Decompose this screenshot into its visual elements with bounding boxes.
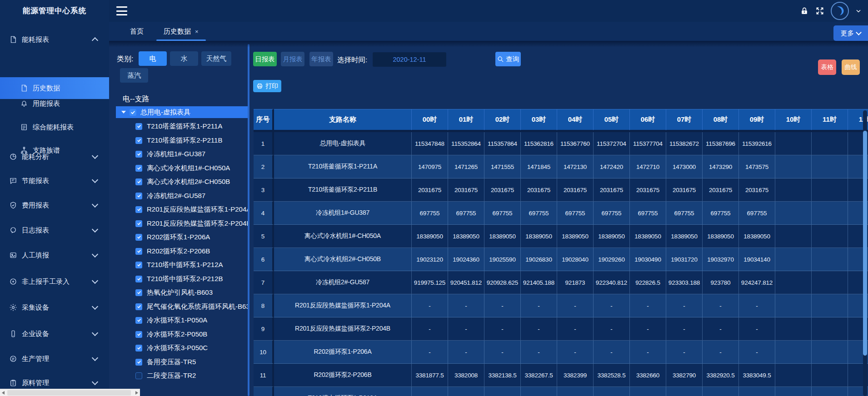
cell-hour-value: 19029260 bbox=[594, 248, 630, 271]
query-button[interactable]: 查询 bbox=[495, 52, 521, 66]
fullscreen-icon[interactable] bbox=[815, 6, 824, 15]
tree-item[interactable]: 离心式冷水机组2#-CH050B bbox=[135, 176, 249, 187]
production-icon bbox=[9, 355, 17, 363]
sidebar-item-综合能耗报表[interactable]: 综合能耗报表 bbox=[0, 118, 109, 136]
cell-hour-value bbox=[775, 364, 812, 387]
column-header-hour: 04时 bbox=[557, 109, 594, 130]
tree-item[interactable]: 冷水循环泵3-P050C bbox=[135, 342, 249, 353]
tree-item-checkbox[interactable] bbox=[135, 248, 142, 255]
tree-item-checkbox[interactable] bbox=[135, 289, 142, 296]
tree-item-checkbox[interactable] bbox=[135, 234, 142, 241]
cell-hour-value: - bbox=[594, 341, 630, 364]
sidebar-item-日志报表[interactable]: 日志报表 bbox=[0, 221, 109, 239]
table-vertical-scrollbar-thumb[interactable] bbox=[863, 131, 867, 356]
cell-branch-name: 总用电-虚拟表具 bbox=[274, 132, 412, 155]
sidebar-item-人工填报[interactable]: 人工填报 bbox=[0, 246, 109, 264]
tree-item-checkbox[interactable] bbox=[135, 303, 142, 310]
tree-item-checkbox[interactable] bbox=[135, 359, 142, 366]
chevron-down-icon bbox=[92, 355, 98, 361]
horizontal-scrollbar[interactable] bbox=[0, 389, 140, 396]
tab-close-icon[interactable]: × bbox=[195, 28, 199, 35]
tree-item-checkbox[interactable] bbox=[135, 178, 142, 185]
cell-hour-value: 115392616 bbox=[739, 132, 775, 155]
scroll-left-arrow-icon[interactable] bbox=[2, 391, 5, 395]
category-水[interactable]: 水 bbox=[170, 51, 198, 66]
tree-item-checkbox[interactable] bbox=[135, 331, 142, 338]
tree-item-checkbox[interactable] bbox=[135, 262, 142, 268]
report-type-日报表[interactable]: 日报表 bbox=[253, 52, 277, 66]
tree-item[interactable]: 热氧化炉引风机-B603 bbox=[135, 287, 249, 298]
sidebar-item-企业设备[interactable]: 企业设备 bbox=[0, 325, 109, 343]
tree-item[interactable]: 冷水循环泵1-P050A bbox=[135, 315, 249, 326]
tree-item-checkbox[interactable] bbox=[135, 206, 142, 213]
sidebar-item-采集设备[interactable]: 采集设备 bbox=[0, 298, 109, 317]
sidebar-item-生产管理[interactable]: 生产管理 bbox=[0, 350, 109, 368]
sidebar-item-非上报手工录入[interactable]: 非上报手工录入 bbox=[0, 272, 109, 291]
view-button-曲线[interactable]: 曲线 bbox=[842, 59, 860, 75]
tree-item[interactable]: R202循环泵2-P206B bbox=[135, 246, 249, 257]
cell-hour-value: 115362816 bbox=[521, 132, 557, 155]
lock-icon[interactable] bbox=[800, 6, 809, 15]
tree-root-item[interactable]: 总用电-虚拟表具 bbox=[116, 106, 249, 118]
topbar-icons bbox=[800, 0, 862, 22]
tree-item[interactable]: 冷水循环泵2-P050B bbox=[135, 329, 249, 340]
report-type-年报表[interactable]: 年报表 bbox=[309, 52, 333, 66]
tree-root-checkbox[interactable] bbox=[130, 109, 136, 116]
print-button[interactable]: 打印 bbox=[253, 80, 281, 92]
cell-hour-value: 3382399 bbox=[557, 364, 594, 387]
top-bar: 能源管理中心系统 bbox=[0, 0, 868, 22]
tree-item[interactable]: T210塔中循环泵2-P212B bbox=[135, 273, 249, 284]
report-type-月报表[interactable]: 月报表 bbox=[281, 52, 304, 66]
log-icon bbox=[9, 226, 17, 234]
tree-item[interactable]: 尾气催化氧化系统再循环风机-B63 bbox=[135, 301, 249, 312]
tree-item-label: R201反应段热媒盐循环泵2-P204B bbox=[147, 219, 249, 228]
tree-item-checkbox[interactable] bbox=[135, 123, 142, 130]
more-button[interactable]: 更多 bbox=[833, 25, 868, 41]
tree-item-checkbox[interactable] bbox=[135, 345, 142, 351]
tree-item[interactable]: R201反应段热媒盐循环泵1-P204A bbox=[135, 204, 249, 215]
tree-item-checkbox[interactable] bbox=[135, 137, 142, 144]
tree-item[interactable]: 冷冻机组1#-GU387 bbox=[135, 148, 249, 159]
tree-item[interactable]: 备用变压器-TR5 bbox=[135, 356, 249, 367]
sidebar-item-能耗分析[interactable]: 能耗分析 bbox=[0, 148, 109, 166]
tree-item-checkbox[interactable] bbox=[135, 165, 142, 172]
date-input[interactable] bbox=[373, 52, 446, 67]
tree-item-checkbox[interactable] bbox=[135, 220, 142, 227]
view-button-表格[interactable]: 表格 bbox=[818, 59, 836, 75]
cell-serial: 12 bbox=[254, 387, 274, 396]
caret-down-icon[interactable] bbox=[121, 111, 126, 114]
tree-item[interactable]: T210塔釜循环泵1-P211A bbox=[135, 121, 249, 132]
tree-item-label: R202循环泵1-P206A bbox=[147, 233, 210, 242]
tree-item[interactable]: 离心式冷水机组1#-CH050A bbox=[135, 163, 249, 173]
sidebar-item-费用报表[interactable]: 费用报表 bbox=[0, 196, 109, 214]
horizontal-scrollbar-thumb[interactable] bbox=[7, 390, 131, 396]
sidebar-item-节能报表[interactable]: 节能报表 bbox=[0, 172, 109, 190]
tree-item-checkbox[interactable] bbox=[135, 276, 142, 282]
tree-item[interactable]: R202循环泵1-P206A bbox=[135, 232, 249, 243]
hamburger-menu-icon[interactable] bbox=[116, 6, 127, 15]
tab-首页[interactable]: 首页 bbox=[120, 22, 154, 41]
tree-item-checkbox[interactable] bbox=[135, 372, 142, 379]
category-蒸汽[interactable]: 蒸汽 bbox=[120, 68, 148, 83]
tree-item[interactable]: T210塔釜循环泵2-P211B bbox=[135, 135, 249, 146]
panel-scrollbar[interactable] bbox=[248, 44, 249, 396]
chevron-down-icon[interactable] bbox=[855, 8, 862, 14]
tree-item[interactable]: 冷冻机组2#-GU587 bbox=[135, 190, 249, 201]
category-天然气[interactable]: 天然气 bbox=[201, 51, 231, 66]
cell-hour-value: 3087607.5 bbox=[412, 387, 448, 396]
avatar[interactable] bbox=[831, 2, 849, 20]
cell-hour-value: 923303.188 bbox=[666, 271, 703, 294]
tree-item[interactable]: R201反应段热媒盐循环泵2-P204B bbox=[135, 218, 249, 229]
tree-item[interactable]: 二段变压器-TR2 bbox=[135, 370, 249, 381]
cell-hour-value: 3088561.5 bbox=[703, 387, 739, 396]
category-电[interactable]: 电 bbox=[139, 51, 167, 66]
tree-item[interactable]: T210塔中循环泵1-P212A bbox=[135, 259, 249, 270]
scroll-right-arrow-icon[interactable] bbox=[135, 391, 138, 395]
tree-item-checkbox[interactable] bbox=[135, 193, 142, 199]
sidebar-item-用能报表[interactable]: 用能报表 bbox=[0, 94, 109, 113]
tab-历史数据[interactable]: 历史数据× bbox=[154, 22, 209, 41]
sidebar-item-能耗报表[interactable]: 能耗报表 bbox=[0, 30, 109, 49]
cell-hour-value: 921873 bbox=[557, 271, 594, 294]
tree-item-checkbox[interactable] bbox=[135, 151, 142, 158]
tree-item-checkbox[interactable] bbox=[135, 317, 142, 324]
